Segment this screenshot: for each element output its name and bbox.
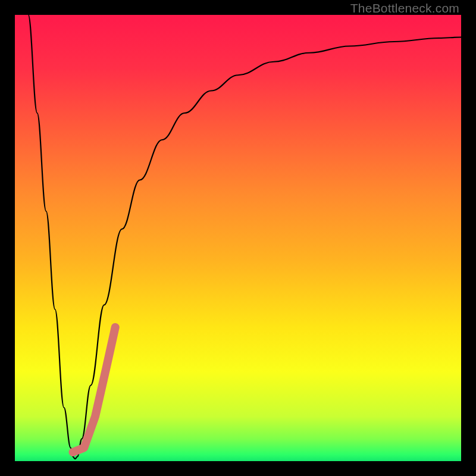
gradient-background [15,15,461,461]
watermark-text: TheBottleneck.com [350,1,459,15]
chart-frame [15,15,461,461]
plot-svg [15,15,461,461]
